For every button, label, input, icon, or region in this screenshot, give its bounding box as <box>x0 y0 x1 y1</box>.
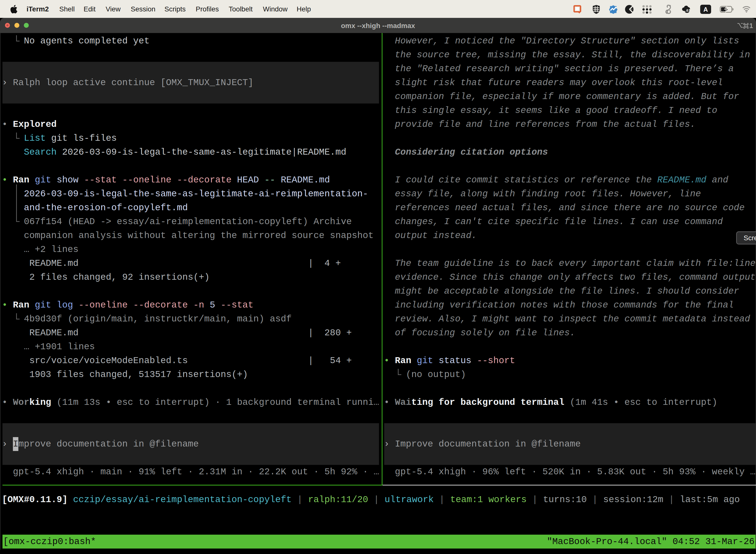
svg-text:..61: ..61 <box>684 8 690 12</box>
svg-text:A: A <box>703 6 708 13</box>
